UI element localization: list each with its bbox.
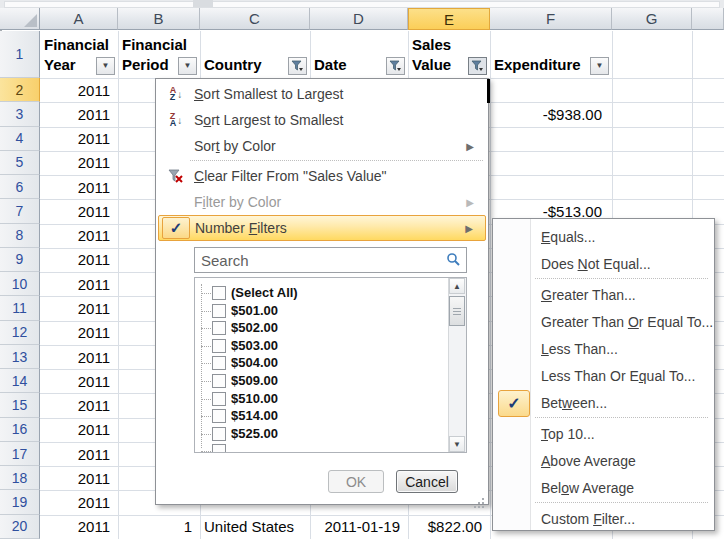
cell-F3[interactable]: -$938.00	[490, 102, 612, 126]
cell-A4[interactable]: 2011	[40, 127, 118, 151]
checkbox[interactable]	[212, 427, 226, 441]
column-header-A[interactable]: A	[40, 8, 118, 30]
checkbox[interactable]	[212, 321, 226, 335]
submenu-item-below-average[interactable]: Below Average	[495, 474, 712, 501]
cell-E20[interactable]: $822.00	[408, 515, 490, 539]
cell-A3[interactable]: 2011	[40, 102, 118, 126]
cell-A7[interactable]: 2011	[40, 199, 118, 223]
resize-grip-icon[interactable]	[482, 498, 484, 500]
list-item-select-all[interactable]: (Select All)	[195, 284, 448, 302]
list-item-501-00[interactable]: $501.00	[195, 302, 448, 320]
cancel-button[interactable]: Cancel	[396, 470, 458, 493]
column-header-E[interactable]: E	[408, 8, 490, 30]
scroll-down-button[interactable]: ▼	[449, 436, 465, 452]
checkbox[interactable]	[212, 286, 226, 300]
header-cell-F[interactable]: Expenditure▼	[490, 31, 612, 78]
row-header-16[interactable]: 16	[0, 418, 40, 442]
cell-A12[interactable]: 2011	[40, 321, 118, 345]
header-cell-B[interactable]: Financial Period▼	[118, 31, 200, 78]
column-header-G[interactable]: G	[612, 8, 692, 30]
row-header-15[interactable]: 15	[0, 393, 40, 417]
scroll-up-button[interactable]: ▲	[449, 278, 465, 294]
list-item-502-00[interactable]: $502.00	[195, 319, 448, 337]
checkbox[interactable]	[212, 339, 226, 353]
row-header-2[interactable]: 2	[0, 78, 40, 102]
list-scrollbar[interactable]: ▲ ▼	[448, 278, 466, 452]
list-item-partial[interactable]	[195, 442, 448, 453]
cell-B20[interactable]: 1	[118, 515, 200, 539]
column-header-C[interactable]: C	[200, 8, 310, 30]
cell-A18[interactable]: 2011	[40, 466, 118, 490]
column-header-F[interactable]: F	[490, 8, 612, 30]
column-header-D[interactable]: D	[310, 8, 408, 30]
cell-A6[interactable]: 2011	[40, 175, 118, 199]
cell-A19[interactable]: 2011	[40, 490, 118, 514]
submenu-item-equals[interactable]: Equals...	[495, 223, 712, 250]
checkbox[interactable]	[212, 444, 226, 453]
checkbox[interactable]	[212, 356, 226, 370]
submenu-item-custom-filter[interactable]: Custom Filter...	[495, 505, 712, 532]
filter-funnel-button-E[interactable]	[468, 57, 487, 75]
row-header-1[interactable]: 1	[0, 31, 40, 78]
row-header-9[interactable]: 9	[0, 248, 40, 272]
list-item-503-00[interactable]: $503.00	[195, 337, 448, 355]
row-header-6[interactable]: 6	[0, 175, 40, 199]
cell-A15[interactable]: 2011	[40, 393, 118, 417]
filter-funnel-button-C[interactable]	[288, 57, 307, 75]
checkbox[interactable]	[212, 304, 226, 318]
search-icon[interactable]	[446, 252, 461, 267]
row-header-20[interactable]: 20	[0, 515, 40, 539]
checkbox[interactable]	[212, 392, 226, 406]
filter-dropdown-button-B[interactable]: ▼	[178, 57, 197, 75]
row-header-11[interactable]: 11	[0, 296, 40, 320]
checkbox[interactable]	[212, 374, 226, 388]
menu-item-sort-smallest-to-largest[interactable]: Sort Smallest to LargestAZ↓	[158, 81, 486, 107]
column-header-partial[interactable]	[692, 8, 724, 30]
row-header-18[interactable]: 18	[0, 466, 40, 490]
cell-A11[interactable]: 2011	[40, 296, 118, 320]
list-item-509-00[interactable]: $509.00	[195, 372, 448, 390]
column-header-B[interactable]: B	[118, 8, 200, 30]
row-header-17[interactable]: 17	[0, 442, 40, 466]
ok-button[interactable]: OK	[328, 470, 384, 493]
row-header-14[interactable]: 14	[0, 369, 40, 393]
row-header-3[interactable]: 3	[0, 102, 40, 126]
search-input[interactable]	[194, 247, 467, 273]
menu-item-sort-largest-to-smallest[interactable]: Sort Largest to SmallestZA↓	[158, 107, 486, 133]
cell-D20[interactable]: 2011-01-19	[310, 515, 408, 539]
row-header-7[interactable]: 7	[0, 199, 40, 223]
header-cell-E[interactable]: Sales Value	[408, 31, 490, 78]
cell-A20[interactable]: 2011	[40, 515, 118, 539]
row-header-5[interactable]: 5	[0, 151, 40, 175]
row-header-12[interactable]: 12	[0, 321, 40, 345]
submenu-item-less-than[interactable]: Less Than...	[495, 335, 712, 362]
cell-A17[interactable]: 2011	[40, 442, 118, 466]
list-item-525-00[interactable]: $525.00	[195, 425, 448, 443]
header-cell-C[interactable]: Country	[200, 31, 310, 78]
row-header-19[interactable]: 19	[0, 490, 40, 514]
cell-C20[interactable]: United States	[200, 515, 310, 539]
cell-A16[interactable]: 2011	[40, 418, 118, 442]
cell-A5[interactable]: 2011	[40, 151, 118, 175]
header-cell-D[interactable]: Date	[310, 31, 408, 78]
filter-dropdown-button-A[interactable]: ▼	[96, 57, 115, 75]
row-header-10[interactable]: 10	[0, 272, 40, 296]
cell-A13[interactable]: 2011	[40, 345, 118, 369]
filter-funnel-button-D[interactable]	[386, 57, 405, 75]
row-header-4[interactable]: 4	[0, 127, 40, 151]
list-item-504-00[interactable]: $504.00	[195, 354, 448, 372]
select-all-corner[interactable]	[0, 8, 40, 30]
checkbox[interactable]	[212, 409, 226, 423]
list-item-514-00[interactable]: $514.00	[195, 407, 448, 425]
submenu-item-less-than-or-equal-to[interactable]: Less Than Or Equal To...	[495, 362, 712, 389]
cell-A14[interactable]: 2011	[40, 369, 118, 393]
scrollbar-thumb[interactable]	[449, 296, 465, 326]
menu-item-clear-filter-from-sales-value[interactable]: Clear Filter From "Sales Value"	[158, 163, 486, 189]
filter-dropdown-button-F[interactable]: ▼	[590, 57, 609, 75]
submenu-item-does-not-equal[interactable]: Does Not Equal...	[495, 250, 712, 277]
submenu-item-above-average[interactable]: Above Average	[495, 447, 712, 474]
menu-item-sort-by-color[interactable]: Sort by Color▶	[158, 133, 486, 159]
cell-A9[interactable]: 2011	[40, 248, 118, 272]
cell-A10[interactable]: 2011	[40, 272, 118, 296]
menu-item-number-filters[interactable]: Number Filters✓▶	[158, 215, 486, 241]
